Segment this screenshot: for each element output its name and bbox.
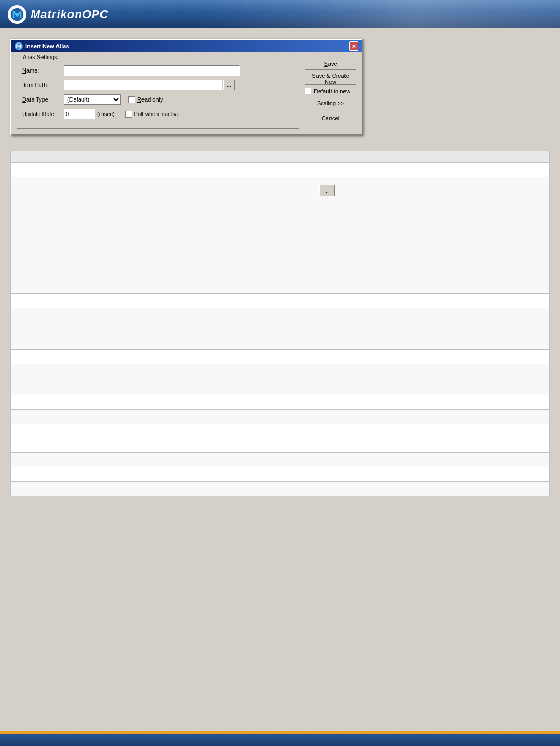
name-label: Name: xyxy=(22,67,61,74)
dialog-close-button[interactable]: ✕ xyxy=(349,41,358,51)
table-cell-browse: ... xyxy=(104,177,550,294)
table-row xyxy=(11,453,550,467)
save-button[interactable]: Save xyxy=(305,58,356,70)
table-cell xyxy=(11,395,104,410)
table-browse-button[interactable]: ... xyxy=(319,185,335,196)
msec-label: (msec) xyxy=(97,111,115,117)
read-only-checkbox[interactable] xyxy=(128,96,135,103)
table-cell xyxy=(11,177,104,294)
update-rate-row-inner: (msec) Poll when inactive xyxy=(64,109,180,119)
logo: MatrikonOPC xyxy=(8,5,108,24)
table-row xyxy=(11,395,550,410)
data-type-label-underline: D xyxy=(22,96,26,103)
table-cell xyxy=(104,424,550,453)
item-path-row: Item Path: ... xyxy=(22,80,294,90)
table-header-row xyxy=(11,151,550,163)
save-create-new-button[interactable]: Save & Create New xyxy=(305,73,356,85)
table-header-col2 xyxy=(104,151,550,163)
logo-icon xyxy=(8,5,26,24)
table-cell xyxy=(11,163,104,177)
dialog-title-left: Insert New Alias xyxy=(15,42,69,50)
table-row xyxy=(11,482,550,496)
update-rate-input[interactable] xyxy=(64,109,95,119)
data-table: ... xyxy=(10,151,550,496)
data-type-label: Data Type: xyxy=(22,96,61,103)
table-section: ... xyxy=(10,151,550,496)
dialog-title-text: Insert New Alias xyxy=(25,43,69,49)
table-cell xyxy=(104,163,550,177)
data-type-row: Data Type: (Default) Read only xyxy=(22,94,294,105)
svg-point-1 xyxy=(16,13,19,16)
table-row xyxy=(11,294,550,308)
table-cell xyxy=(104,350,550,364)
update-rate-label-underline: U xyxy=(22,111,26,117)
footer-accent-bar xyxy=(0,731,560,734)
read-only-label: Read only xyxy=(137,96,163,103)
table-row xyxy=(11,308,550,350)
item-path-row-inner: ... xyxy=(64,80,235,90)
poll-when-inactive-group: Poll when inactive xyxy=(125,111,180,118)
dialog-title-icon xyxy=(15,42,23,50)
logo-text: MatrikonOPC xyxy=(31,8,108,21)
table-row xyxy=(11,424,550,453)
name-input[interactable] xyxy=(64,65,240,76)
cancel-button[interactable]: Cancel xyxy=(305,112,356,124)
poll-when-inactive-label: Poll when inactive xyxy=(134,111,180,117)
table-row xyxy=(11,364,550,395)
item-path-label-underline: I xyxy=(22,82,24,88)
poll-when-inactive-checkbox[interactable] xyxy=(125,111,132,118)
header-decoration xyxy=(197,0,560,28)
table-cell xyxy=(104,467,550,482)
table-cell xyxy=(104,482,550,496)
data-type-select[interactable]: (Default) xyxy=(64,94,121,105)
alias-settings-legend: Alias Settings: xyxy=(21,54,61,60)
table-header-col1 xyxy=(11,151,104,163)
app-footer xyxy=(0,731,560,746)
table-row: ... xyxy=(11,177,550,294)
dialog-overlay: Insert New Alias ✕ Alias Settings: Name: xyxy=(10,39,363,135)
table-cell xyxy=(11,308,104,350)
read-only-group: Read only xyxy=(128,96,163,103)
insert-new-alias-dialog: Insert New Alias ✕ Alias Settings: Name: xyxy=(10,39,363,135)
dialog-buttons: Save Save & Create New Default to new Sc… xyxy=(305,58,356,129)
update-rate-label: Update Rate: xyxy=(22,111,61,117)
table-cell xyxy=(104,410,550,424)
table-row xyxy=(11,467,550,482)
default-to-new-row: Default to new xyxy=(305,88,356,94)
scaling-button[interactable]: Scaling >> xyxy=(305,97,356,109)
browse-button[interactable]: ... xyxy=(223,80,235,90)
table-cell xyxy=(11,350,104,364)
table-cell xyxy=(11,424,104,453)
table-cell xyxy=(11,453,104,467)
name-row: Name: xyxy=(22,65,294,76)
table-row xyxy=(11,163,550,177)
table-browse-container: ... xyxy=(108,178,545,292)
name-label-underline: N xyxy=(22,67,26,74)
dialog-titlebar: Insert New Alias ✕ xyxy=(11,40,362,52)
update-rate-row: Update Rate: (msec) Poll when inactive xyxy=(22,109,294,119)
default-to-new-label: Default to new xyxy=(314,88,350,94)
app-header: MatrikonOPC xyxy=(0,0,560,28)
table-cell xyxy=(11,482,104,496)
table-row xyxy=(11,410,550,424)
item-path-label: Item Path: xyxy=(22,82,61,88)
table-cell xyxy=(104,395,550,410)
data-type-row-inner: (Default) Read only xyxy=(64,94,163,105)
table-cell xyxy=(104,308,550,350)
item-path-input[interactable] xyxy=(64,80,222,90)
table-cell xyxy=(104,294,550,308)
table-cell xyxy=(11,364,104,395)
table-row xyxy=(11,350,550,364)
table-cell xyxy=(11,294,104,308)
alias-settings-group: Alias Settings: Name: Item Path: xyxy=(17,58,299,129)
table-cell xyxy=(104,364,550,395)
dialog-body: Alias Settings: Name: Item Path: xyxy=(11,52,362,134)
table-cell xyxy=(11,410,104,424)
default-to-new-checkbox[interactable] xyxy=(305,88,311,94)
table-cell xyxy=(104,453,550,467)
main-content: Insert New Alias ✕ Alias Settings: Name: xyxy=(0,28,560,718)
table-cell xyxy=(11,467,104,482)
